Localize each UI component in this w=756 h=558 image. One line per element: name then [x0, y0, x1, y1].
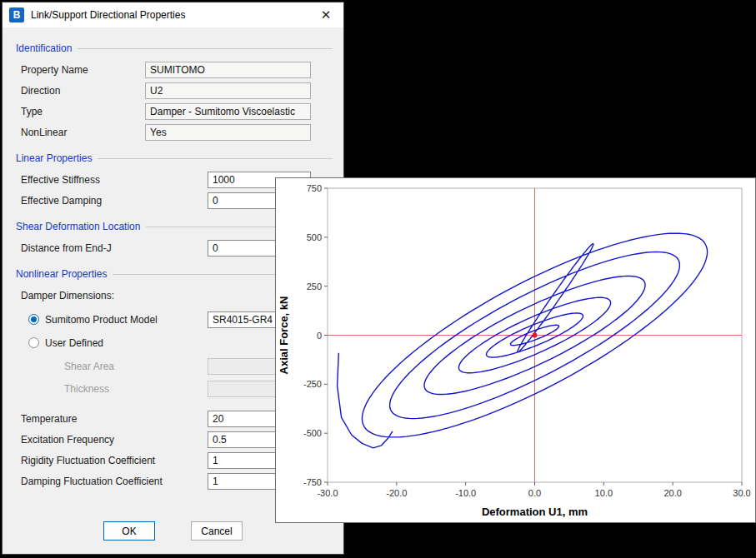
- x-tick-label: 20.0: [663, 488, 681, 498]
- shear-area-row: Shear Area: [64, 357, 311, 375]
- y-axis-title: Axial Force, kN: [278, 296, 290, 375]
- nonlinear-row: NonLinear: [21, 123, 311, 141]
- close-icon[interactable]: ✕: [313, 4, 338, 26]
- effective-damping-row: Effective Damping: [21, 192, 311, 209]
- temperature-label: Temperature: [21, 413, 208, 425]
- x-tick-label: 10.0: [595, 488, 613, 498]
- section-header-identification: Identification: [16, 42, 333, 54]
- dialog-title: Link/Support Directional Properties: [31, 9, 185, 21]
- y-tick-label: 0: [317, 331, 322, 341]
- y-tick-label: 750: [307, 183, 322, 193]
- x-tick-label: 30.0: [733, 488, 750, 498]
- effective-stiffness-row: Effective Stiffness: [21, 171, 311, 188]
- thickness-label: Thickness: [64, 383, 208, 395]
- origin-marker: [533, 333, 538, 338]
- chart-svg: -30.0-20.0-10.00.010.020.030.0-750-500-2…: [276, 178, 755, 522]
- excitation-frequency-row: Excitation Frequency: [21, 431, 311, 448]
- user-defined-radio-row: User Defined: [28, 334, 311, 351]
- direction-row: Direction: [21, 82, 311, 99]
- cancel-button[interactable]: Cancel: [191, 521, 243, 541]
- damper-dimensions-label: Damper Dimensions:: [21, 290, 114, 301]
- property-name-row: Property Name: [21, 61, 311, 78]
- x-tick-label: 0.0: [528, 488, 541, 498]
- temperature-row: Temperature: [21, 410, 311, 427]
- excitation-frequency-label: Excitation Frequency: [21, 434, 208, 446]
- type-label: Type: [21, 106, 145, 117]
- damping-fluctuation-row: Damping Fluctuation Coefficient: [21, 472, 311, 490]
- damper-dimensions-row: Damper Dimensions:: [21, 286, 311, 304]
- effective-stiffness-label: Effective Stiffness: [21, 174, 208, 186]
- section-header-linear-properties: Linear Properties: [16, 152, 333, 164]
- x-tick-label: -30.0: [317, 488, 338, 498]
- nonlinear-field: [145, 124, 311, 141]
- y-tick-label: 500: [307, 232, 322, 242]
- type-field: [145, 103, 311, 120]
- user-defined-radio[interactable]: [28, 337, 39, 348]
- damping-fluctuation-label: Damping Fluctuation Coefficient: [21, 476, 208, 487]
- y-tick-label: -250: [303, 379, 322, 389]
- sumitomo-product-model-radio-row: Sumitomo Product Model: [28, 311, 311, 328]
- y-tick-label: -500: [303, 428, 322, 438]
- app-logo-icon: B: [9, 7, 24, 22]
- sumitomo-product-model-label: Sumitomo Product Model: [45, 314, 158, 326]
- y-tick-label: 250: [307, 281, 322, 291]
- y-tick-label: -750: [303, 477, 322, 487]
- shear-area-label: Shear Area: [64, 361, 208, 372]
- nonlinear-label: NonLinear: [21, 127, 145, 138]
- x-tick-label: -10.0: [455, 488, 476, 498]
- user-defined-label: User Defined: [45, 337, 103, 349]
- dialog-titlebar: B Link/Support Directional Properties ✕: [3, 2, 343, 27]
- thickness-row: Thickness: [64, 380, 311, 397]
- distance-from-endj-row: Distance from End-J: [21, 239, 311, 257]
- effective-damping-label: Effective Damping: [21, 195, 208, 207]
- direction-label: Direction: [21, 85, 145, 97]
- ok-button[interactable]: OK: [103, 521, 155, 541]
- x-axis-title: Deformation U1, mm: [482, 506, 588, 518]
- rigidity-fluctuation-label: Rigidity Fluctuation Coefficient: [21, 455, 208, 466]
- dialog-buttons: OK Cancel: [3, 521, 343, 541]
- rigidity-fluctuation-row: Rigidity Fluctuation Coefficient: [21, 451, 311, 469]
- type-row: Type: [21, 102, 311, 120]
- property-name-label: Property Name: [21, 64, 145, 76]
- direction-field: [145, 82, 311, 99]
- property-name-field: [145, 62, 311, 78]
- distance-from-endj-label: Distance from End-J: [21, 242, 208, 254]
- x-tick-label: -20.0: [386, 488, 407, 498]
- hysteresis-chart-window: -30.0-20.0-10.00.010.020.030.0-750-500-2…: [275, 177, 756, 523]
- sumitomo-product-model-radio[interactable]: [28, 314, 39, 325]
